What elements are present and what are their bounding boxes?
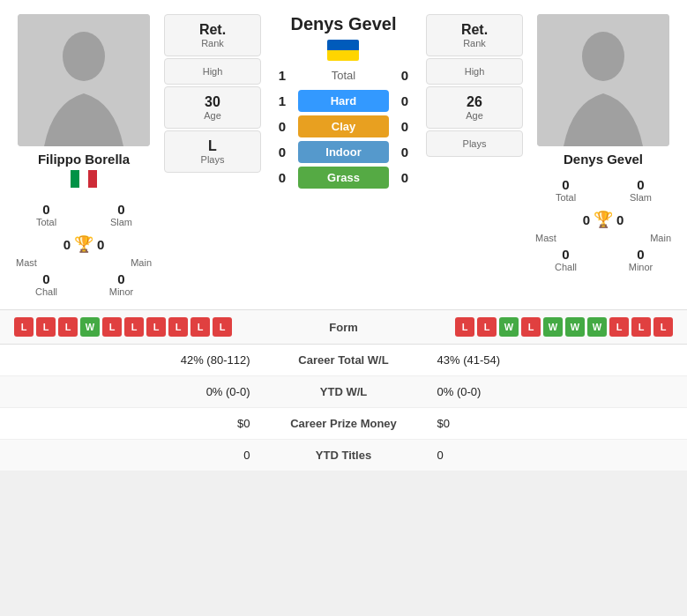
form-badge-l: L — [190, 317, 210, 337]
player2-minor: 0 Minor — [603, 243, 678, 276]
form-badge-w: W — [499, 317, 519, 337]
player1-card: Filippo Borella 0 Total 0 Slam — [9, 14, 159, 301]
player1-photo — [18, 14, 150, 146]
form-badge-w: W — [565, 317, 585, 337]
form-label: Form — [317, 321, 370, 334]
player2-form: LLWLWWWLLL — [455, 317, 673, 337]
player1-middle-stats: Ret. Rank High 30 Age L Plays — [164, 14, 261, 301]
form-badge-l: L — [521, 317, 541, 337]
form-badge-w: W — [543, 317, 563, 337]
player2-mast: 0 🏆 0 — [528, 206, 678, 233]
svg-rect-3 — [79, 170, 88, 188]
player2-header: Denys Gevel — [290, 14, 396, 61]
trophy-icon-p1: 🏆 — [74, 234, 93, 254]
player2-name: Denys Gevel — [564, 152, 643, 167]
player1-mast: 0 🏆 0 — [9, 231, 159, 257]
form-badge-l: L — [631, 317, 651, 337]
player2-middle-stats: Ret. Rank High 26 Age Plays — [426, 14, 523, 301]
prize-row: $0 Career Prize Money $0 — [0, 408, 687, 440]
player2-total: 0 Total — [528, 174, 603, 206]
player1-slam: 0 Slam — [84, 198, 159, 231]
player1-minor: 0 Minor — [84, 268, 159, 301]
player1-flag — [71, 170, 97, 191]
titles-row: 0 YTD Titles 0 — [0, 440, 687, 471]
svg-point-6 — [582, 32, 624, 81]
player2-plays-box: Plays — [426, 130, 523, 157]
player1-form: LLLWLLLLLL — [14, 317, 232, 337]
hard-row: 1 Hard 0 — [266, 90, 421, 112]
top-section: Filippo Borella 0 Total 0 Slam — [0, 0, 687, 309]
main-container: Filippo Borella 0 Total 0 Slam — [0, 0, 687, 471]
player2-high-box: High — [426, 58, 523, 85]
player1-stats: 0 Total 0 Slam 0 🏆 0 Mast Main 0 — [9, 198, 159, 301]
player2-slam: 0 Slam — [603, 174, 678, 206]
player2-chall: 0 Chall — [528, 243, 603, 276]
svg-point-1 — [63, 32, 105, 81]
form-badge-l: L — [124, 317, 144, 337]
form-badge-l: L — [455, 317, 474, 337]
player2-photo — [537, 14, 669, 146]
grass-badge: Grass — [298, 167, 389, 189]
form-badge-l: L — [14, 317, 34, 337]
clay-row: 0 Clay 0 — [266, 115, 421, 137]
form-badge-l: L — [58, 317, 78, 337]
form-badge-w: W — [80, 317, 100, 337]
player1-chall: 0 Chall — [9, 268, 84, 301]
form-badge-l: L — [653, 317, 673, 337]
form-badge-l: L — [168, 317, 188, 337]
stats-table: 42% (80-112) Career Total W/L 43% (41-54… — [0, 344, 687, 471]
clay-badge: Clay — [298, 115, 389, 137]
svg-rect-2 — [71, 170, 79, 188]
player1-total: 0 Total — [9, 198, 84, 231]
form-badge-l: L — [477, 317, 497, 337]
hard-badge: Hard — [298, 90, 389, 112]
grass-row: 0 Grass 0 — [266, 167, 421, 189]
center-section: Denys Gevel 1 Total 0 1 Hard 0 — [266, 14, 421, 301]
indoor-badge: Indoor — [298, 141, 389, 163]
player2-age-box: 26 Age — [426, 86, 523, 129]
player1-high-box: High — [164, 58, 261, 85]
svg-rect-4 — [88, 170, 97, 188]
player1-rank-box: Ret. Rank — [164, 14, 261, 56]
player1-name: Filippo Borella — [38, 152, 130, 167]
form-badge-l: L — [213, 317, 232, 337]
form-badge-w: W — [587, 317, 607, 337]
trophy-icon-p2: 🏆 — [594, 210, 613, 229]
player2-mast-label: Mast Main — [528, 233, 678, 243]
player1-age-box: 30 Age — [164, 86, 261, 129]
form-badge-l: L — [102, 317, 122, 337]
indoor-row: 0 Indoor 0 — [266, 141, 421, 163]
career-wl-row: 42% (80-112) Career Total W/L 43% (41-54… — [0, 345, 687, 376]
ytd-wl-row: 0% (0-0) YTD W/L 0% (0-0) — [0, 376, 687, 408]
form-badge-l: L — [36, 317, 56, 337]
player2-card: Denys Gevel 0 Total 0 Slam 0 🏆 0 Mast M — [528, 14, 678, 301]
player2-flag — [327, 38, 359, 61]
player2-stats: 0 Total 0 Slam 0 🏆 0 Mast Main 0 — [528, 174, 678, 276]
player1-plays-box: L Plays — [164, 130, 261, 173]
player1-mast-label: Mast Main — [9, 257, 159, 268]
form-badge-l: L — [146, 317, 166, 337]
form-section: LLLWLLLLLL Form LLWLWWWLLL — [0, 309, 687, 344]
player2-rank-box: Ret. Rank — [426, 14, 523, 56]
total-row: 1 Total 0 — [266, 68, 421, 83]
form-badge-l: L — [609, 317, 629, 337]
